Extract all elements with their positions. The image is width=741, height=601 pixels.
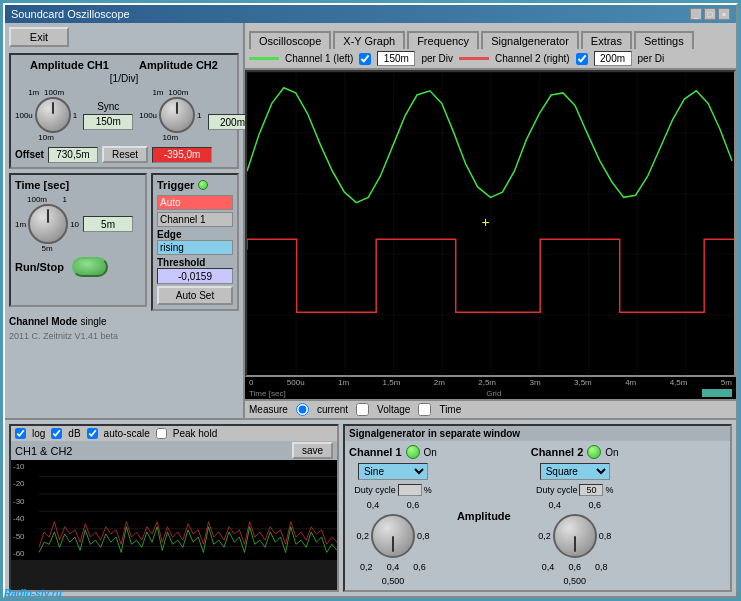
siggen-ch2-duty-label: Duty cycle — [536, 485, 578, 495]
ch2-per-div-input[interactable] — [594, 51, 632, 66]
ch1-per-div-input[interactable] — [377, 51, 415, 66]
siggen-ch2-amp-value: 0,500 — [563, 576, 586, 586]
spectrum-toolbar: log dB auto-scale Peak hold — [11, 426, 337, 441]
siggen-ch2-on-label: On — [605, 447, 618, 458]
run-stop-button[interactable] — [72, 257, 108, 277]
amp-ch1-title: Amplitude CH1 — [30, 59, 109, 71]
ch1-value-input[interactable] — [83, 114, 133, 130]
ch2-offset-input[interactable] — [152, 147, 212, 163]
tab-settings[interactable]: Settings — [634, 31, 694, 49]
siggen-ch2-duty-input[interactable] — [579, 484, 603, 496]
maximize-button[interactable]: □ — [704, 8, 716, 20]
siggen-ch2-waveform-select[interactable]: Square Sine Triangle — [540, 463, 610, 480]
amp-center-label: Amplitude — [457, 445, 511, 586]
siggen-ch2-title: Channel 2 — [531, 446, 584, 458]
siggen-ch1-amp-value: 0,500 — [382, 576, 405, 586]
left-bottom-area: Time [sec] 100m 1 1m 10 — [9, 173, 239, 311]
svg-rect-3 — [39, 460, 337, 560]
siggen-ch1-waveform-select[interactable]: Sine Square Triangle — [358, 463, 428, 480]
auto-scale-checkbox[interactable] — [87, 428, 98, 439]
oscilloscope-display: f 1,0000 kHz 980,00 Hz V p-p 1,012 398,6… — [245, 70, 736, 377]
db-label: dB — [68, 428, 80, 439]
time-checkbox[interactable] — [418, 403, 431, 416]
channel-bar: Channel 1 (left) per Div Channel 2 (righ… — [245, 49, 736, 70]
channel-mode-label: Channel Mode — [9, 316, 77, 327]
tab-extras[interactable]: Extras — [581, 31, 632, 49]
siggen-ch1-duty-input[interactable] — [398, 484, 422, 496]
time-axis: 0 500u 1m 1,5m 2m 2,5m 3m 3,5m 4m 4,5m 5… — [245, 377, 736, 388]
measure-label: Measure — [249, 404, 288, 415]
siggen-ch2-knob-scale-bottom: 0,4 0,6 0,8 — [535, 562, 615, 572]
sync-and-inputs: Sync — [83, 101, 133, 130]
time-knob[interactable] — [28, 204, 68, 244]
voltage-checkbox[interactable] — [356, 403, 369, 416]
spectrum-save-button[interactable]: save — [292, 442, 333, 459]
siggen-ch2: Channel 2 On Square Sine Triangle Duty c… — [531, 445, 619, 586]
edge-label: Edge — [157, 229, 233, 240]
offset-section: Offset Reset — [15, 146, 233, 163]
auto-set-button[interactable]: Auto Set — [157, 286, 233, 305]
ch1-checkbox[interactable] — [359, 53, 371, 65]
ch2-per-div-label: per Di — [638, 53, 665, 64]
ch2-color-line — [459, 57, 489, 60]
channel-mode-value: single — [80, 316, 106, 327]
trigger-mode-select[interactable]: Auto Normal — [157, 195, 233, 210]
siggen-ch1-on-label: On — [424, 447, 437, 458]
tab-frequency[interactable]: Frequency — [407, 31, 479, 49]
right-panel: Oscilloscope X-Y Graph Frequency Signalg… — [245, 23, 736, 418]
ch1-knob-group: 1m 100m 100u 1 10m — [15, 88, 77, 142]
oscilloscope-waveforms: + — [247, 72, 734, 375]
window-controls: _ □ × — [690, 8, 730, 20]
voltage-label: Voltage — [377, 404, 410, 415]
trigger-led — [198, 180, 208, 190]
ch2-channel-label: Channel 2 (right) — [495, 53, 569, 64]
siggen-ch1-amplitude-knob[interactable] — [371, 514, 415, 558]
reset-button[interactable]: Reset — [102, 146, 148, 163]
ch1-channel-label: Channel 1 (left) — [285, 53, 353, 64]
measure-current-label: current — [317, 404, 348, 415]
top-section: Exit Amplitude CH1 Amplitude CH2 [1/Div]… — [5, 23, 736, 418]
close-button[interactable]: × — [718, 8, 730, 20]
siggen-panel: Signalgenerator in separate window Chann… — [343, 424, 732, 592]
ch2-checkbox[interactable] — [576, 53, 588, 65]
tabs-bar: Oscilloscope X-Y Graph Frequency Signalg… — [245, 23, 736, 49]
version-text: 2011 C. Zeitnitz V1.41 beta — [9, 331, 239, 341]
exit-button[interactable]: Exit — [9, 27, 69, 47]
ch1-per-div-label: per Div — [421, 53, 453, 64]
left-panel: Exit Amplitude CH1 Amplitude CH2 [1/Div]… — [5, 23, 245, 418]
siggen-amp-label: Amplitude — [457, 510, 511, 522]
spectrum-panel: log dB auto-scale Peak hold CH1 & CH2 sa… — [9, 424, 339, 592]
measure-current-radio[interactable] — [296, 403, 309, 416]
siggen-ch1-knob-scale-top: 0,4 0,6 — [353, 500, 433, 510]
time-axis-label: Time [sec] Grid — [245, 388, 736, 399]
spectrum-yaxis: -10 -20 -30 -40 -50 -60 — [11, 460, 39, 560]
peak-hold-checkbox[interactable] — [156, 428, 167, 439]
siggen-ch2-led — [587, 445, 601, 459]
ch1-amplitude-knob[interactable] — [35, 97, 71, 133]
peak-hold-label: Peak hold — [173, 428, 217, 439]
run-stop-section: Run/Stop — [15, 257, 141, 277]
time-value-input[interactable] — [83, 216, 133, 232]
spectrum-ch-label: CH1 & CH2 save — [11, 441, 337, 460]
ch2-amplitude-knob[interactable] — [159, 97, 195, 133]
trigger-edge-select[interactable]: rising falling — [157, 240, 233, 255]
time-knob-wrapper: 100m 1 1m 10 5m — [15, 195, 79, 253]
siggen-ch2-amplitude-knob[interactable] — [553, 514, 597, 558]
amp-ch2-title: Amplitude CH2 — [139, 59, 218, 71]
minimize-button[interactable]: _ — [690, 8, 702, 20]
auto-scale-label: auto-scale — [104, 428, 150, 439]
time-section: Time [sec] 100m 1 1m 10 — [9, 173, 147, 307]
tab-xy-graph[interactable]: X-Y Graph — [333, 31, 405, 49]
footer-link[interactable]: Radio-stv.ru — [4, 588, 62, 599]
ch1-color-line — [249, 57, 279, 60]
threshold-input[interactable] — [157, 268, 233, 284]
db-checkbox[interactable] — [51, 428, 62, 439]
tab-oscilloscope[interactable]: Oscilloscope — [249, 31, 331, 49]
log-checkbox[interactable] — [15, 428, 26, 439]
time-measure-label: Time — [439, 404, 461, 415]
trigger-channel-select[interactable]: Channel 1 Channel 2 — [157, 212, 233, 227]
siggen-ch1-duty-label: Duty cycle — [354, 485, 396, 495]
ch1-offset-input[interactable] — [48, 147, 98, 163]
tab-signalgenerator[interactable]: Signalgenerator — [481, 31, 579, 49]
siggen-ch2-knob-scale-top: 0,4 0,6 — [535, 500, 615, 510]
